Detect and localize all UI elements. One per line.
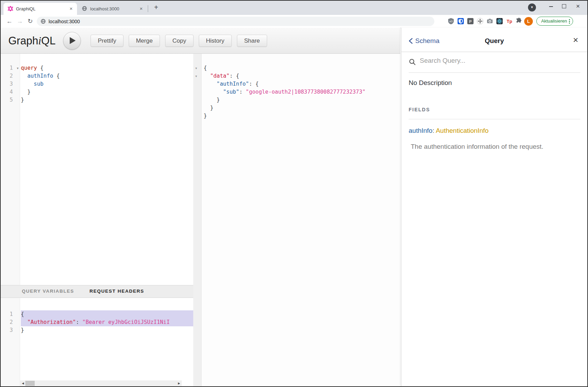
code-text: } [21, 96, 193, 104]
graphiql-topbar: GraphiQL PrettifyMergeCopyHistoryShare [1, 28, 400, 54]
line-number: 1 [1, 64, 15, 72]
query-editor[interactable]: 1▾query {2 authInfo {3 sub4 }5} [1, 64, 193, 104]
code-line[interactable]: 5} [1, 96, 193, 104]
query-editor-pane: 1▾query {2 authInfo {3 sub4 }5} QUERY VA… [1, 54, 193, 386]
tab-strip: GraphiQL × localhost:3000 × + ▼ × [1, 1, 587, 15]
code-line[interactable]: 3 sub [1, 80, 193, 88]
doc-search-input[interactable] [419, 57, 545, 65]
code-token: } [21, 89, 31, 95]
fold-gutter-cell [15, 96, 21, 104]
back-icon[interactable]: ← [5, 17, 14, 26]
code-text: { [202, 64, 401, 72]
fold-gutter-cell [193, 88, 202, 96]
fold-arrow-icon[interactable]: ▾ [15, 64, 21, 72]
browser-tab-graphiql[interactable]: GraphiQL × [3, 3, 77, 15]
fold-arrow-icon[interactable]: ▾ [193, 64, 202, 72]
code-token: "data" [210, 73, 230, 79]
tab-close-icon[interactable]: × [138, 6, 144, 12]
p-extension-icon[interactable]: P [467, 18, 474, 25]
code-text: } [21, 88, 193, 96]
code-token: : { [230, 73, 239, 79]
code-line[interactable]: 1{ [1, 310, 193, 318]
scrollbar-thumb[interactable] [25, 381, 35, 386]
forward-icon[interactable]: → [15, 17, 24, 26]
line-number: 5 [1, 96, 15, 104]
code-line[interactable]: } [193, 112, 401, 120]
svg-text:P: P [469, 19, 471, 24]
code-line[interactable]: ▾{ [193, 64, 401, 72]
doc-field-name-link[interactable]: authInfo [409, 127, 433, 134]
toolbar-button-history[interactable]: History [199, 35, 232, 47]
code-line[interactable]: ▾ "data": { [193, 72, 401, 80]
result-viewer: ▾{▾ "data": { "authInfo": { "sub": "goog… [193, 64, 401, 120]
fold-gutter-cell [193, 96, 202, 104]
code-token [204, 73, 210, 79]
window-minimize-button[interactable] [545, 2, 557, 11]
code-line[interactable]: 2 "Authorization": "Bearer eyJhbGciOiJSU… [1, 318, 193, 326]
camera-extension-icon[interactable] [486, 18, 494, 25]
move-cross-extension-icon[interactable] [477, 18, 484, 25]
code-line[interactable]: 2 authInfo { [1, 72, 193, 80]
tp-extension-icon[interactable]: Tp [506, 18, 513, 25]
toolbar-buttons: PrettifyMergeCopyHistoryShare [91, 35, 267, 47]
code-token: : [239, 89, 246, 95]
code-token: } [204, 97, 220, 103]
code-line[interactable]: "sub": "google-oauth2|108377380082777232… [193, 88, 401, 96]
execute-query-button[interactable] [63, 32, 81, 50]
doc-close-icon[interactable]: × [573, 35, 578, 44]
scroll-right-icon[interactable]: ▶ [176, 380, 182, 386]
code-line[interactable]: 1▾query { [1, 64, 193, 72]
code-line[interactable]: } [193, 96, 401, 104]
line-number: 4 [1, 88, 15, 96]
ublock-extension-icon[interactable]: uO [448, 18, 455, 25]
react-devtools-extension-icon[interactable] [496, 18, 503, 25]
fold-arrow-icon[interactable]: ▾ [193, 72, 202, 80]
code-text: sub [21, 80, 193, 88]
code-text: query { [21, 64, 193, 72]
doc-explorer-header: Schema Query × [401, 28, 587, 52]
chrome-menu-kebab-icon[interactable] [569, 19, 570, 20]
doc-explorer-panel: Schema Query × No Description FIELDS aut… [401, 28, 587, 386]
reload-icon[interactable]: ↻ [26, 17, 35, 26]
code-token [21, 81, 34, 87]
doc-field-type-link[interactable]: AuthenticationInfo [436, 127, 488, 134]
scroll-left-icon[interactable]: ◀ [20, 380, 26, 386]
doc-search [409, 52, 580, 73]
doc-fields-divider [409, 119, 580, 119]
code-text: "data": { [202, 72, 401, 80]
address-bar[interactable]: localhost:3000 [37, 17, 434, 26]
code-line[interactable]: "authInfo": { [193, 80, 401, 88]
browser-tab-localhost[interactable]: localhost:3000 × [78, 3, 147, 15]
toolbar-button-share[interactable]: Share [237, 35, 267, 47]
window-close-button[interactable]: × [572, 2, 584, 11]
update-label: Aktualisieren [541, 18, 567, 24]
fold-gutter-cell [15, 88, 21, 96]
play-icon [70, 37, 76, 44]
extensions-puzzle-icon[interactable] [515, 18, 523, 25]
doc-fields-header: FIELDS [409, 107, 430, 112]
code-line[interactable]: } [193, 104, 401, 112]
profile-avatar[interactable]: L [524, 17, 533, 26]
download-status-icon[interactable]: ▼ [528, 3, 536, 11]
tab-title: GraphiQL [16, 6, 35, 11]
window-maximize-button[interactable] [558, 2, 570, 11]
toolbar-button-copy[interactable]: Copy [165, 35, 194, 47]
code-token: "sub" [223, 89, 239, 95]
horizontal-scrollbar[interactable]: ◀ ▶ [20, 380, 182, 386]
tab-close-icon[interactable]: × [68, 6, 74, 12]
new-tab-button[interactable]: + [152, 3, 160, 12]
toolbar-button-prettify[interactable]: Prettify [91, 35, 123, 47]
code-line[interactable]: 4 } [1, 88, 193, 96]
code-text: } [202, 112, 401, 120]
request-headers-editor[interactable]: 1{2 "Authorization": "Bearer eyJhbGciOiJ… [1, 310, 193, 334]
tab-query-variables[interactable]: QUERY VARIABLES [22, 289, 74, 294]
bitwarden-extension-icon[interactable] [457, 18, 465, 25]
tab-request-headers[interactable]: REQUEST HEADERS [90, 289, 144, 294]
toolbar-button-merge[interactable]: Merge [129, 35, 160, 47]
update-chrome-button[interactable]: Aktualisieren [536, 17, 573, 26]
site-info-globe-icon[interactable] [41, 19, 46, 24]
code-line[interactable]: 3} [1, 326, 193, 334]
code-text: { [21, 310, 193, 318]
code-token: "google-oauth2|108377380082777232373" [246, 89, 365, 95]
globe-icon [82, 6, 87, 11]
